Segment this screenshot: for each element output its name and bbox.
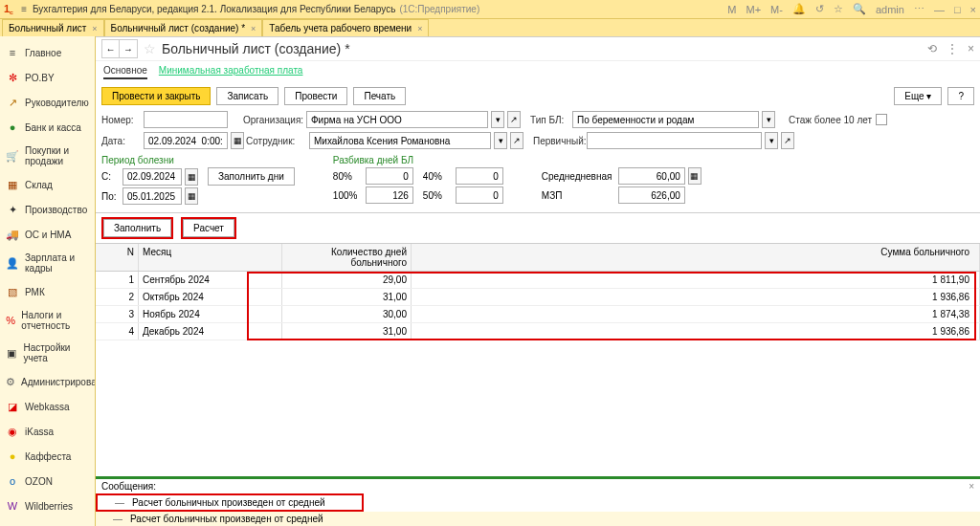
message-line[interactable]: —Расчет больничных произведен от средней <box>98 495 362 510</box>
number-input[interactable] <box>144 111 228 128</box>
calendar-icon[interactable]: ▦ <box>231 132 244 149</box>
calc-icon[interactable]: ▦ <box>688 167 702 185</box>
close-doc-icon[interactable]: × <box>968 42 974 55</box>
dropdown-icon[interactable]: ▾ <box>765 132 778 149</box>
p80-label: 80% <box>333 171 362 182</box>
sidebar-item[interactable]: ▧РМК <box>0 279 95 304</box>
user-label[interactable]: admin <box>876 4 904 15</box>
more-button[interactable]: Еще ▾ <box>894 87 942 105</box>
table: N Месяц Количество дней больничного Сумм… <box>96 243 980 476</box>
post-button[interactable]: Провести <box>284 87 347 105</box>
titlebar: 1꜀ ≡ Бухгалтерия для Беларуси, редакция … <box>0 0 980 19</box>
subtabs: Основное Минимальная заработная плата <box>96 61 980 83</box>
seniority-checkbox[interactable] <box>876 114 887 125</box>
tab-close-icon[interactable]: × <box>92 24 97 33</box>
calendar-icon[interactable]: ▦ <box>185 187 198 205</box>
from-input[interactable] <box>122 168 182 186</box>
sidebar-item[interactable]: ≡Главное <box>0 40 95 65</box>
more-icon[interactable]: ⋮ <box>947 42 958 55</box>
m-btn[interactable]: M <box>727 4 736 15</box>
mzp-input[interactable] <box>618 186 685 204</box>
sidebar-item[interactable]: ●Каффеста <box>0 444 95 469</box>
minimize-icon[interactable]: — <box>934 4 945 15</box>
sidebar-item[interactable]: ⚙Администрирование <box>0 369 95 394</box>
app-logo: 1꜀ <box>4 3 13 15</box>
app-mode: (1С:Предприятие) <box>399 4 479 14</box>
v80-input[interactable] <box>366 167 413 185</box>
write-button[interactable]: Записать <box>216 87 278 105</box>
search-icon[interactable]: 🔍 <box>853 3 866 15</box>
help-button[interactable]: ? <box>947 87 974 105</box>
m-minus-btn[interactable]: M- <box>770 4 783 15</box>
cell-qty: 31,00 <box>282 289 412 305</box>
tab-active[interactable]: Больничный лист (создание) *× <box>104 19 263 36</box>
calc-button[interactable]: Расчет <box>183 219 234 237</box>
sidebar-item[interactable]: ◉iKassa <box>0 419 95 444</box>
tab-close-icon[interactable]: × <box>417 24 422 33</box>
save-close-button[interactable]: Провести и закрыть <box>101 87 211 105</box>
forward-icon[interactable]: → <box>120 40 137 57</box>
primary-input[interactable] <box>587 132 762 149</box>
page-title: Больничный лист (создание) * <box>162 41 350 56</box>
dropdown-icon[interactable]: ▾ <box>491 111 504 128</box>
open-icon[interactable]: ↗ <box>510 132 523 149</box>
open-icon[interactable]: ↗ <box>781 132 794 149</box>
m-plus-btn[interactable]: M+ <box>746 4 762 15</box>
sidebar-item-label: РМК <box>25 287 45 297</box>
p100-label: 100% <box>333 190 362 201</box>
org-input[interactable] <box>306 111 488 128</box>
table-row[interactable]: 3Ноябрь 202430,001 874,38 <box>96 306 980 323</box>
sidebar-item[interactable]: %Налоги и отчетность <box>0 304 95 337</box>
sidebar-item[interactable]: 🚚ОС и НМА <box>0 222 95 247</box>
fill-button[interactable]: Заполнить <box>103 219 171 237</box>
tab[interactable]: Табель учета рабочего времени× <box>262 19 429 36</box>
table-row[interactable]: 4Декабрь 202431,001 936,86 <box>96 323 980 340</box>
sidebar-icon: ▣ <box>6 346 17 360</box>
dropdown-icon[interactable]: ▾ <box>762 111 775 128</box>
back-icon[interactable]: ← <box>102 40 120 57</box>
sidebar-item[interactable]: ▦Склад <box>0 172 95 197</box>
calendar-icon[interactable]: ▦ <box>185 168 198 186</box>
subtab-link[interactable]: Минимальная заработная плата <box>159 65 303 79</box>
sidebar-item[interactable]: oOZON <box>0 469 95 493</box>
settings-icon[interactable]: ⋯ <box>914 3 924 15</box>
table-row[interactable]: 2Октябрь 202431,001 936,86 <box>96 289 980 306</box>
table-row[interactable]: 1Сентябрь 202429,001 811,90 <box>96 272 980 289</box>
sidebar-item[interactable]: ↗Руководителю <box>0 90 95 115</box>
dropdown-icon[interactable]: ▾ <box>494 132 507 149</box>
history-icon[interactable]: ↺ <box>815 3 824 15</box>
tab-close-icon[interactable]: × <box>251 24 256 33</box>
emp-input[interactable] <box>309 132 491 149</box>
to-input[interactable] <box>122 187 182 205</box>
daily-input[interactable] <box>618 167 685 185</box>
close-icon[interactable]: × <box>970 4 976 15</box>
fill-days-button[interactable]: Заполнить дни <box>208 167 295 186</box>
v40-input[interactable] <box>456 167 503 185</box>
subtab-main[interactable]: Основное <box>103 65 147 79</box>
open-icon[interactable]: ↗ <box>507 111 521 128</box>
tab[interactable]: Больничный лист× <box>2 19 104 36</box>
date-input[interactable] <box>144 132 228 149</box>
star-icon[interactable]: ☆ <box>834 3 843 15</box>
sidebar-item[interactable]: ✼PO.BY <box>0 65 95 90</box>
sidebar-item[interactable]: ▣Настройки учета <box>0 337 95 369</box>
favorite-icon[interactable]: ☆ <box>144 41 156 56</box>
bell-icon[interactable]: 🔔 <box>792 3 806 15</box>
sidebar-item[interactable]: 👤Зарплата и кадры <box>0 247 95 279</box>
sidebar-item[interactable]: ✦Производство <box>0 197 95 222</box>
type-input[interactable] <box>572 111 759 128</box>
sidebar-item[interactable]: ◪Webkassa <box>0 394 95 419</box>
sidebar-item[interactable]: 🛒Покупки и продажи <box>0 140 95 172</box>
sidebar-item[interactable]: ●Банк и касса <box>0 115 95 140</box>
messages-close-icon[interactable]: × <box>969 481 974 492</box>
cell-n: 1 <box>96 272 139 288</box>
print-button[interactable]: Печать <box>353 87 406 105</box>
link-icon[interactable]: ⟲ <box>927 42 937 55</box>
menu-icon[interactable]: ≡ <box>21 4 27 14</box>
v50-input[interactable] <box>456 186 503 204</box>
sidebar-item[interactable]: WWildberries <box>0 493 95 518</box>
message-line[interactable]: —Расчет больничных произведен от средней <box>96 512 980 526</box>
titlebar-controls: M M+ M- 🔔 ↺ ☆ 🔍 admin ⋯ — □ × <box>727 3 976 15</box>
maximize-icon[interactable]: □ <box>954 4 961 15</box>
v100-input[interactable] <box>366 186 413 204</box>
